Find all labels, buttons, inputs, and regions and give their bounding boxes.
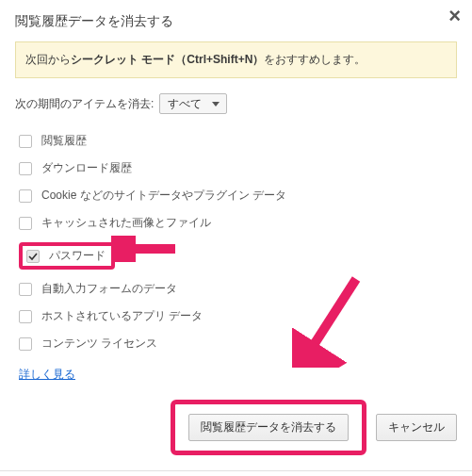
checkbox[interactable] bbox=[26, 250, 40, 263]
footnote: 保存済みの コンテンツ設定 と 検索エンジン の内容は消去されません。このため、… bbox=[15, 471, 457, 476]
clear-data-button[interactable]: 閲覧履歴データを消去する bbox=[188, 414, 349, 441]
hint-text-suffix: をおすすめします。 bbox=[264, 53, 366, 66]
option-label: コンテンツ ライセンス bbox=[41, 336, 157, 352]
time-range-select[interactable]: すべて bbox=[159, 93, 227, 114]
time-range-label: 次の期間のアイテムを消去: bbox=[15, 96, 154, 112]
close-icon[interactable]: × bbox=[448, 6, 461, 26]
option-row: ダウンロード履歴 bbox=[19, 155, 457, 182]
option-label: ダウンロード履歴 bbox=[41, 160, 132, 176]
cancel-button[interactable]: キャンセル bbox=[376, 414, 457, 441]
checkbox[interactable] bbox=[19, 162, 32, 175]
option-row: 閲覧履歴 bbox=[19, 127, 457, 155]
checkbox[interactable] bbox=[19, 337, 32, 351]
dialog-title: 閲覧履歴データを消去する bbox=[15, 13, 457, 30]
checkbox[interactable] bbox=[19, 135, 32, 148]
dialog-footer: 閲覧履歴データを消去する キャンセル bbox=[15, 400, 457, 455]
options-list: 閲覧履歴ダウンロード履歴Cookie などのサイトデータやプラグイン データキャ… bbox=[19, 127, 457, 357]
option-label: 閲覧履歴 bbox=[41, 133, 87, 149]
learn-more-link[interactable]: 詳しく見る bbox=[19, 368, 75, 381]
option-row: キャッシュされた画像とファイル bbox=[19, 209, 457, 237]
option-label: 自動入力フォームのデータ bbox=[41, 281, 177, 297]
option-label: Cookie などのサイトデータやプラグイン データ bbox=[41, 188, 286, 204]
clear-browsing-data-dialog: × 閲覧履歴データを消去する 次回からシークレット モード（Ctrl+Shift… bbox=[0, 0, 472, 476]
time-range-row: 次の期間のアイテムを消去: すべて bbox=[15, 93, 457, 114]
checkbox[interactable] bbox=[19, 217, 32, 230]
time-range-select-wrap: すべて bbox=[159, 93, 227, 114]
option-row: パスワード bbox=[19, 237, 457, 275]
password-highlight-box: パスワード bbox=[19, 242, 115, 270]
hint-text-bold: シークレット モード（Ctrl+Shift+N） bbox=[71, 53, 264, 66]
option-label: キャッシュされた画像とファイル bbox=[41, 215, 211, 231]
option-row: 自動入力フォームのデータ bbox=[19, 275, 457, 303]
checkbox[interactable] bbox=[19, 189, 32, 203]
learn-more-row: 詳しく見る bbox=[19, 367, 457, 383]
primary-highlight-box: 閲覧履歴データを消去する bbox=[171, 400, 366, 455]
checkbox[interactable] bbox=[19, 310, 32, 323]
option-row: ホストされているアプリ データ bbox=[19, 303, 457, 330]
option-row: Cookie などのサイトデータやプラグイン データ bbox=[19, 182, 457, 209]
incognito-hint: 次回からシークレット モード（Ctrl+Shift+N）をおすすめします。 bbox=[15, 41, 457, 78]
checkbox[interactable] bbox=[19, 283, 32, 296]
option-label: ホストされているアプリ データ bbox=[41, 308, 203, 324]
option-label: パスワード bbox=[49, 248, 106, 264]
hint-text-prefix: 次回から bbox=[25, 53, 71, 66]
option-row: コンテンツ ライセンス bbox=[19, 330, 457, 357]
